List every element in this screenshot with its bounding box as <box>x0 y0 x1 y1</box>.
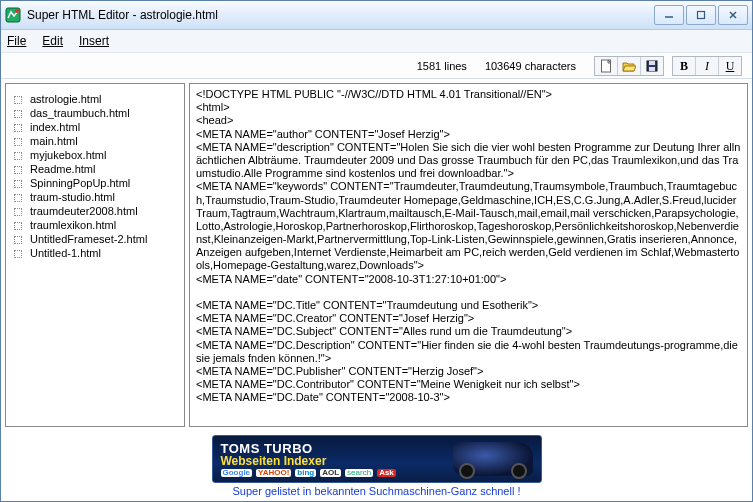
engine-logo: search <box>345 469 373 477</box>
menu-bar: File Edit Insert <box>1 30 752 53</box>
underline-button[interactable]: U <box>719 57 741 75</box>
code-editor[interactable]: <!DOCTYPE HTML PUBLIC "-//W3C//DTD HTML … <box>189 83 748 427</box>
format-button-group: B I U <box>672 56 742 76</box>
banner-title: TOMS TURBO <box>221 442 396 455</box>
banner-subtitle: Webseiten Indexer <box>221 455 396 467</box>
svg-rect-9 <box>649 67 655 71</box>
engine-row: Google YAHOO! bing AOL search Ask <box>221 469 396 477</box>
engine-logo: Ask <box>377 469 396 477</box>
app-icon <box>5 7 21 23</box>
maximize-button[interactable] <box>686 5 716 25</box>
save-file-button[interactable] <box>641 57 663 75</box>
title-bar[interactable]: Super HTML Editor - astrologie.html <box>1 1 752 30</box>
italic-button[interactable]: I <box>696 57 719 75</box>
banner-text: TOMS TURBO Webseiten Indexer Google YAHO… <box>221 442 396 477</box>
engine-logo: Google <box>221 469 253 477</box>
engine-logo: bing <box>295 469 316 477</box>
file-item[interactable]: UntitledFrameset-2.html <box>10 232 180 246</box>
file-item[interactable]: traum-studio.html <box>10 190 180 204</box>
file-item[interactable]: Untitled-1.html <box>10 246 180 260</box>
file-item[interactable]: das_traumbuch.html <box>10 106 180 120</box>
window-controls <box>654 5 748 25</box>
open-file-button[interactable] <box>618 57 641 75</box>
file-item[interactable]: traumdeuter2008.html <box>10 204 180 218</box>
svg-rect-8 <box>649 61 655 65</box>
file-list: astrologie.html das_traumbuch.html index… <box>10 92 180 260</box>
car-icon <box>453 442 533 476</box>
menu-insert[interactable]: Insert <box>79 34 109 48</box>
file-button-group <box>594 56 664 76</box>
file-item[interactable]: SpinningPopUp.html <box>10 176 180 190</box>
bold-button[interactable]: B <box>673 57 696 75</box>
file-item[interactable]: traumlexikon.html <box>10 218 180 232</box>
bottom-panel: TOMS TURBO Webseiten Indexer Google YAHO… <box>1 431 752 501</box>
new-file-button[interactable] <box>595 57 618 75</box>
svg-rect-3 <box>698 12 705 19</box>
file-item[interactable]: Readme.html <box>10 162 180 176</box>
ad-banner[interactable]: TOMS TURBO Webseiten Indexer Google YAHO… <box>212 435 542 483</box>
engine-logo: YAHOO! <box>256 469 291 477</box>
app-window: Super HTML Editor - astrologie.html File… <box>0 0 753 502</box>
workspace: astrologie.html das_traumbuch.html index… <box>1 79 752 431</box>
minimize-button[interactable] <box>654 5 684 25</box>
engine-logo: AOL <box>320 469 341 477</box>
file-item[interactable]: main.html <box>10 134 180 148</box>
file-item[interactable]: myjukebox.html <box>10 148 180 162</box>
svg-point-1 <box>15 9 19 13</box>
banner-caption: Super gelistet in bekannten Suchmaschine… <box>232 485 520 497</box>
file-item[interactable]: astrologie.html <box>10 92 180 106</box>
file-list-panel[interactable]: astrologie.html das_traumbuch.html index… <box>5 83 185 427</box>
menu-edit[interactable]: Edit <box>42 34 63 48</box>
char-count: 103649 characters <box>485 60 576 72</box>
window-title: Super HTML Editor - astrologie.html <box>27 8 654 22</box>
file-item[interactable]: index.html <box>10 120 180 134</box>
menu-file[interactable]: File <box>7 34 26 48</box>
close-button[interactable] <box>718 5 748 25</box>
toolbar: 1581 lines 103649 characters B I U <box>1 53 752 79</box>
line-count: 1581 lines <box>417 60 467 72</box>
